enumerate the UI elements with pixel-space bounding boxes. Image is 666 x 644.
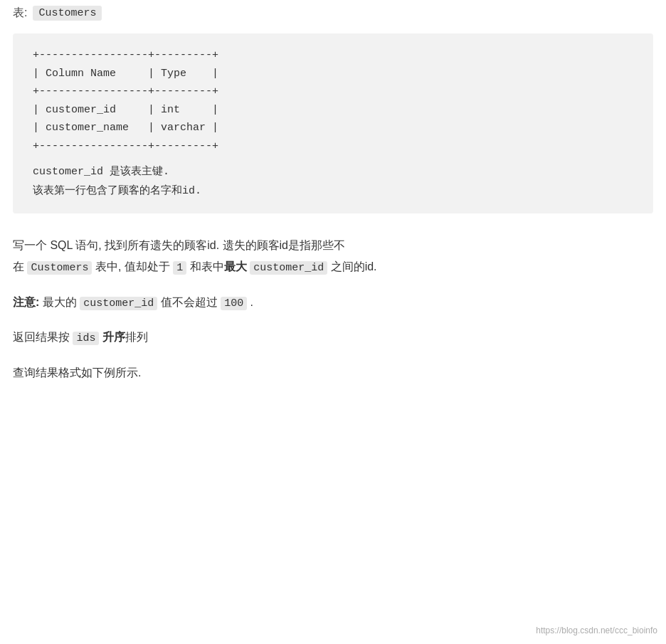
- sort-text-pre: 返回结果按: [13, 331, 73, 343]
- question-customerid-code: customer_id: [250, 261, 327, 275]
- table-name-badge: Customers: [33, 6, 102, 21]
- question-text: 写一个 SQL 语句, 找到所有遗失的顾客id. 遗失的顾客id是指那些不 在 …: [13, 235, 653, 279]
- note-bold-label: 注意:: [13, 296, 39, 308]
- question-line2-mid2: 和表中: [186, 260, 223, 273]
- question-line2-mid: 表中, 值却处于: [92, 260, 173, 273]
- note-customerid-code: customer_id: [80, 297, 157, 310]
- question-customers-code: Customers: [27, 261, 92, 275]
- sort-row: 返回结果按 ids 升序排列: [13, 327, 653, 349]
- header-row: | Column Name | Type |: [33, 68, 218, 80]
- schema-pre: +-----------------+---------+ | Column N…: [33, 46, 633, 155]
- question-num-code: 1: [173, 261, 186, 275]
- sort-text-end: 排列: [125, 331, 148, 343]
- schema-row-1: | customer_id | int |: [33, 104, 218, 116]
- watermark: https://blog.csdn.net/ccc_bioinfo: [536, 625, 657, 635]
- question-line2-end: 之间的id.: [327, 260, 376, 273]
- format-text: 查询结果格式如下例所示.: [13, 366, 141, 379]
- border-line-3: +-----------------+---------+: [33, 140, 218, 152]
- table-label-row: 表: Customers: [13, 0, 653, 26]
- main-content: 写一个 SQL 语句, 找到所有遗失的顾客id. 遗失的顾客id是指那些不 在 …: [13, 213, 653, 384]
- schema-box: +-----------------+---------+ | Column N…: [13, 33, 653, 213]
- sort-ids-code: ids: [73, 332, 99, 345]
- note-row: 注意: 最大的 customer_id 值不会超过 100 .: [13, 292, 653, 315]
- schema-row-2: | customer_name | varchar |: [33, 122, 218, 134]
- note-text-pre: 最大的: [39, 296, 80, 308]
- note-text-end: 值不会超过: [157, 296, 221, 308]
- schema-note-1: customer_id 是该表主键.: [33, 162, 633, 181]
- page-container: 表: Customers +-----------------+--------…: [0, 0, 666, 644]
- note-100-code: 100: [221, 297, 247, 310]
- format-row: 查询结果格式如下例所示.: [13, 362, 653, 384]
- border-line-1: +-----------------+---------+: [33, 49, 218, 61]
- table-label: 表:: [13, 6, 27, 21]
- note-period: .: [247, 296, 253, 308]
- question-line1: 写一个 SQL 语句, 找到所有遗失的顾客id. 遗失的顾客id是指那些不: [13, 239, 345, 251]
- question-bold-max: 最大: [224, 260, 247, 273]
- question-line2-pre: 在: [13, 260, 27, 273]
- sort-bold-asc: 升序: [102, 331, 125, 343]
- border-line-2: +-----------------+---------+: [33, 85, 218, 97]
- schema-notes: customer_id 是该表主键. 该表第一行包含了顾客的名字和id.: [33, 162, 633, 201]
- schema-note-2: 该表第一行包含了顾客的名字和id.: [33, 181, 633, 201]
